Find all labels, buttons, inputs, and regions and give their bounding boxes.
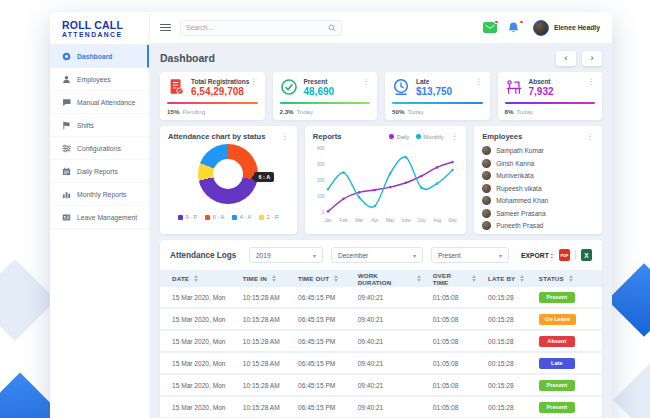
column-header-work-duration[interactable]: WORK DURATION bbox=[346, 272, 421, 286]
sidebar: ROLL CALL ATTENDANCE Dashboard Employees… bbox=[50, 12, 150, 418]
sidebar-item-manual-attendance[interactable]: Manual Attendance bbox=[50, 91, 149, 114]
bell-icon bbox=[508, 22, 519, 34]
employee-row[interactable]: Munivenkata bbox=[482, 171, 594, 180]
month-select[interactable]: December▾ bbox=[331, 247, 423, 263]
panel-menu-icon[interactable]: ⋮ bbox=[451, 133, 459, 141]
table-row: 15 Mar 2020, Mon 10:15:28 AM 06:45:15 PM… bbox=[160, 353, 602, 375]
svg-text:100: 100 bbox=[317, 194, 325, 199]
panel-menu-icon[interactable]: ⋮ bbox=[281, 133, 289, 141]
sidebar-item-employees[interactable]: Employees bbox=[50, 68, 149, 91]
cell-time-out: 06:45:15 PM bbox=[286, 338, 346, 345]
notifications-button[interactable] bbox=[508, 22, 522, 34]
employee-avatar bbox=[482, 184, 491, 193]
document-icon bbox=[167, 78, 185, 96]
table-header: DATE TIME IN TIME OUT WORK DURATION OVER… bbox=[160, 270, 602, 287]
stat-footer: 8%Today bbox=[505, 108, 596, 115]
card-menu-icon[interactable]: ⋮ bbox=[363, 78, 371, 86]
legend-dot bbox=[416, 134, 421, 139]
status-badge: On Leave bbox=[539, 314, 576, 325]
prev-button[interactable]: ‹ bbox=[556, 51, 576, 66]
cell-time-out: 06:45:15 PM bbox=[286, 294, 346, 301]
desk-person-icon bbox=[505, 78, 523, 96]
table-row: 15 Mar 2020, Mon 10:15:28 AM 06:45:15 PM… bbox=[160, 287, 602, 309]
card-menu-icon[interactable]: ⋮ bbox=[475, 78, 483, 86]
sidebar-item-configurations[interactable]: Configurations bbox=[50, 137, 149, 160]
svg-text:300: 300 bbox=[317, 162, 325, 167]
sidebar-item-dashboard[interactable]: Dashboard bbox=[50, 45, 149, 68]
status-select[interactable]: Present▾ bbox=[431, 247, 509, 263]
search-input[interactable] bbox=[186, 24, 328, 31]
decor-diamond bbox=[613, 363, 650, 418]
column-header-time-in[interactable]: TIME IN bbox=[231, 275, 286, 282]
card-menu-icon[interactable]: ⋮ bbox=[250, 78, 258, 86]
export-label: EXPORT : bbox=[521, 252, 553, 259]
column-header-late-by[interactable]: LATE BY bbox=[476, 275, 527, 282]
employee-row[interactable]: Girish Kanna bbox=[482, 159, 594, 168]
cell-over-time: 01:05:08 bbox=[421, 338, 476, 345]
legend-swatch bbox=[205, 215, 210, 220]
legend-swatch bbox=[178, 215, 183, 220]
attendance-status-panel: Attendance chart by status ⋮ 6 : A 9 - P bbox=[160, 126, 297, 234]
sidebar-item-shifts[interactable]: Shifts bbox=[50, 114, 149, 137]
stat-card-late: Late $13,750 ⋮ 50%Today bbox=[385, 72, 490, 120]
employee-avatar bbox=[482, 159, 491, 168]
cell-time-out: 06:45:15 PM bbox=[286, 382, 346, 389]
dashboard-icon bbox=[62, 52, 71, 61]
status-badge: Late bbox=[539, 358, 575, 369]
shifts-icon bbox=[62, 121, 71, 130]
logs-title: Attendance Logs bbox=[170, 251, 236, 260]
export-excel-icon[interactable]: X bbox=[581, 249, 592, 261]
user-menu[interactable]: Elenee Headly bbox=[533, 20, 600, 36]
person-icon bbox=[62, 75, 71, 84]
logo-line2: ATTENDANCE bbox=[62, 31, 149, 38]
cell-time-out: 06:45:15 PM bbox=[286, 316, 346, 323]
reports-panel: Reports Daily Monthly ⋮ 0100200300400Jan… bbox=[305, 126, 466, 234]
card-menu-icon[interactable]: ⋮ bbox=[588, 78, 596, 86]
svg-text:Jan: Jan bbox=[324, 218, 332, 223]
cell-time-in: 10:15:28 AM bbox=[231, 316, 286, 323]
next-button[interactable]: › bbox=[582, 51, 602, 66]
messages-button[interactable] bbox=[483, 22, 497, 34]
svg-text:July: July bbox=[417, 218, 426, 223]
employee-avatar bbox=[482, 209, 491, 218]
column-header-date[interactable]: DATE bbox=[160, 275, 231, 282]
sidebar-item-leave-management[interactable]: Leave Management bbox=[50, 206, 149, 229]
cell-work-duration: 09:40:21 bbox=[346, 382, 421, 389]
screen: ROLL CALL ATTENDANCE Dashboard Employees… bbox=[0, 0, 650, 418]
employee-row[interactable]: Sameer Prasana bbox=[482, 209, 594, 218]
hamburger-menu-icon[interactable] bbox=[160, 22, 171, 33]
chat-icon bbox=[62, 98, 71, 107]
legend-swatch bbox=[259, 215, 264, 220]
user-name: Elenee Headly bbox=[554, 24, 600, 31]
column-header-over-time[interactable]: OVER TIME bbox=[421, 272, 476, 286]
cell-work-duration: 09:40:21 bbox=[346, 404, 421, 411]
chart-tooltip: 6 : A bbox=[254, 172, 274, 182]
panel-title: Employees bbox=[482, 132, 522, 141]
decor-diamond bbox=[607, 263, 650, 337]
reports-legend: Daily Monthly ⋮ bbox=[389, 133, 458, 141]
sidebar-item-monthly-reports[interactable]: Monthly Reports bbox=[50, 183, 149, 206]
column-header-time-out[interactable]: TIME OUT bbox=[286, 275, 346, 282]
cell-time-in: 10:15:28 AM bbox=[231, 360, 286, 367]
legend-dot bbox=[389, 134, 394, 139]
svg-text:0: 0 bbox=[322, 210, 325, 215]
employee-row[interactable]: Rupeesh vikata bbox=[482, 184, 594, 193]
employee-row[interactable]: Sampath Kumar bbox=[482, 146, 594, 155]
status-badge: Present bbox=[539, 402, 575, 413]
cell-late-by: 00:15:28 bbox=[476, 382, 527, 389]
sidebar-item-daily-reports[interactable]: Daily Reports bbox=[50, 160, 149, 183]
table-row: 15 Mar 2020, Mon 10:15:28 AM 06:45:15 PM… bbox=[160, 331, 602, 353]
table-row: 15 Mar 2020, Mon 10:15:28 AM 06:45:15 PM… bbox=[160, 397, 602, 418]
panel-menu-icon[interactable]: ⋮ bbox=[587, 133, 595, 141]
employee-row[interactable]: Mohammed Khan bbox=[482, 196, 594, 205]
column-header-status[interactable]: STATUS bbox=[527, 275, 600, 282]
cell-date: 15 Mar 2020, Mon bbox=[160, 338, 231, 345]
employee-avatar bbox=[482, 171, 491, 180]
year-select[interactable]: 2019▾ bbox=[249, 247, 323, 263]
sort-icon bbox=[194, 275, 198, 282]
employee-row[interactable]: Puneeth Prasad bbox=[482, 221, 594, 230]
employee-list: Sampath Kumar Girish Kanna Munivenkata R… bbox=[482, 146, 594, 230]
status-badge: Absent bbox=[539, 336, 575, 347]
export-pdf-icon[interactable]: PDF bbox=[559, 249, 570, 261]
page-title: Dashboard bbox=[160, 52, 215, 64]
